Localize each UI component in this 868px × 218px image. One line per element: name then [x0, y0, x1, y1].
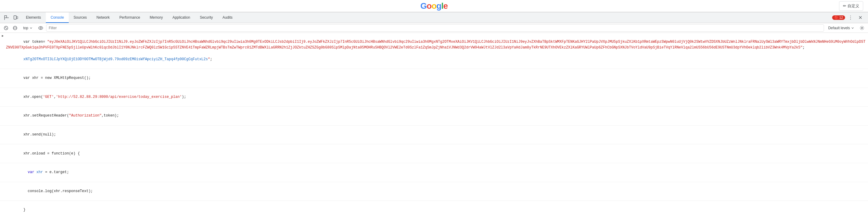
- filter-input[interactable]: [46, 24, 824, 32]
- clear-console-icon[interactable]: [2, 24, 10, 32]
- inspect-element-icon[interactable]: [2, 13, 11, 22]
- console-entry-xhr-new: var xhr = new XMLHttpRequest();: [0, 69, 868, 88]
- console-entry-xhr-send: xhr.send(null);: [0, 125, 868, 145]
- svg-rect-3: [14, 16, 16, 19]
- close-devtools-icon[interactable]: ✕: [856, 13, 864, 22]
- customize-button[interactable]: ✏ 自定义: [839, 1, 863, 11]
- console-entry-consolelog: console.log(xhr.responseText);: [0, 182, 868, 201]
- console-entry-close-brace: }: [0, 201, 868, 218]
- tab-bar-icons: [1, 13, 21, 22]
- tab-security[interactable]: Security: [195, 12, 218, 23]
- console-entry-xhr-onload: xhr.onload = function(e) {: [0, 144, 868, 163]
- context-selector[interactable]: top: [21, 25, 35, 31]
- tab-console[interactable]: Console: [46, 12, 69, 23]
- tab-bar: Elements Console Sources Network Perform…: [0, 12, 868, 23]
- console-settings-icon[interactable]: [858, 24, 866, 32]
- tab-sources[interactable]: Sources: [69, 12, 92, 23]
- console-entry-token[interactable]: var token= "eyJ0eXAiOiJKV1QiLCJhbGciOiJI…: [0, 33, 868, 69]
- google-logo: Google: [421, 1, 447, 11]
- devtools-panel: Elements Console Sources Network Perform…: [0, 12, 868, 218]
- tab-audits[interactable]: Audits: [218, 12, 237, 23]
- devtools-tabs: Elements Console Sources Network Perform…: [21, 12, 832, 23]
- console-output: var token= "eyJ0eXAiOiJKV1QiLCJhbGciOiJI…: [0, 33, 868, 218]
- svg-rect-0: [4, 16, 7, 18]
- svg-point-11: [861, 27, 863, 29]
- svg-point-9: [38, 27, 43, 30]
- google-bar: Google ✏ 自定义: [0, 0, 868, 12]
- console-entry-var-xhr: var xhr = e.target;: [0, 163, 868, 182]
- console-toolbar: top Default levels: [0, 23, 868, 33]
- error-count-badge: 🔴 12: [832, 15, 845, 20]
- eye-icon[interactable]: [37, 24, 44, 32]
- log-levels-button[interactable]: Default levels: [826, 25, 857, 31]
- tab-bar-right: 🔴 12 ⋮ ✕: [832, 13, 867, 22]
- svg-rect-4: [17, 16, 18, 19]
- svg-line-6: [5, 27, 7, 29]
- tab-performance[interactable]: Performance: [115, 12, 145, 23]
- console-entry-xhr-open: xhr.open('GET','http://52.82.88.29:8000/…: [0, 88, 868, 107]
- device-toolbar-icon[interactable]: [11, 13, 20, 22]
- console-entry-xhr-header: xhr.setRequestHeader("Authorization",tok…: [0, 107, 868, 125]
- tab-network[interactable]: Network: [92, 12, 115, 23]
- tab-application[interactable]: Application: [167, 12, 195, 23]
- svg-point-10: [40, 27, 41, 29]
- block-requests-icon[interactable]: [11, 24, 19, 32]
- tab-elements[interactable]: Elements: [21, 12, 46, 23]
- more-options-icon[interactable]: ⋮: [846, 13, 855, 22]
- tab-memory[interactable]: Memory: [145, 12, 167, 23]
